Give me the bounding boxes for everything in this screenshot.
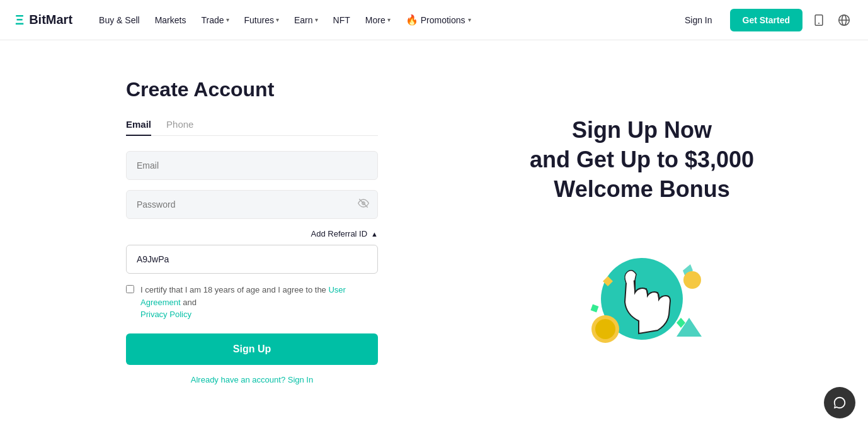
promo-line3: Welcome Bonus [554, 176, 729, 202]
earn-chevron-icon: ▾ [315, 16, 318, 23]
fire-icon: 🔥 [406, 14, 418, 26]
chat-support-button[interactable] [824, 387, 855, 418]
privacy-policy-link[interactable]: Privacy Policy [140, 310, 191, 319]
page-title: Create Account [126, 78, 378, 101]
referral-toggle[interactable]: Add Referral ID ▲ [126, 229, 378, 238]
form-section: Create Account Email Phone [0, 78, 416, 393]
nav-earn[interactable]: Earn ▾ [288, 10, 324, 30]
logo-icon: Ξ [15, 12, 24, 28]
nav-trade[interactable]: Trade ▾ [195, 10, 235, 30]
svg-point-15 [683, 271, 701, 289]
globe-icon[interactable] [835, 11, 853, 29]
checkbox-text: I certify that I am 18 years of age and … [140, 285, 328, 294]
promo-line1: Sign Up Now [572, 117, 712, 143]
nav-promotions[interactable]: 🔥 Promotions ▾ [399, 9, 477, 31]
promo-line2: and Get Up to $3,000 [530, 147, 754, 172]
futures-chevron-icon: ▾ [276, 16, 279, 23]
mobile-icon[interactable] [810, 11, 828, 29]
logo-text: BitMart [29, 13, 72, 27]
promo-title: Sign Up Now and Get Up to $3,000 Welcome… [530, 116, 754, 204]
header: Ξ BitMart Buy & Sell Markets Trade ▾ Fut… [0, 0, 868, 40]
nav-buy-sell[interactable]: Buy & Sell [93, 10, 146, 30]
nav-futures[interactable]: Futures ▾ [238, 10, 285, 30]
promo-section: Sign Up Now and Get Up to $3,000 Welcome… [416, 78, 868, 393]
header-actions: Sign In Get Started [675, 9, 853, 31]
already-text: Already have an account? [191, 375, 288, 384]
and-text: and [181, 298, 197, 307]
signin-link-row: Already have an account? Sign In [126, 375, 378, 384]
promotions-chevron-icon: ▾ [468, 16, 471, 23]
password-field-wrapper [126, 190, 378, 219]
referral-chevron-icon: ▲ [371, 230, 378, 238]
referral-input[interactable] [126, 245, 378, 274]
nav-more[interactable]: More ▾ [359, 10, 397, 30]
password-input[interactable] [126, 190, 378, 219]
promo-illustration [560, 230, 724, 355]
signup-button[interactable]: Sign Up [126, 333, 378, 365]
logo[interactable]: Ξ BitMart [15, 12, 72, 28]
main-nav: Buy & Sell Markets Trade ▾ Futures ▾ Ear… [93, 9, 675, 31]
svg-point-9 [595, 319, 615, 339]
nav-nft[interactable]: NFT [327, 10, 357, 30]
trade-chevron-icon: ▾ [226, 16, 229, 23]
tab-phone[interactable]: Phone [166, 119, 193, 136]
main-content: Create Account Email Phone [0, 40, 868, 431]
email-input[interactable] [126, 151, 378, 180]
signin-link[interactable]: Sign In [288, 375, 313, 384]
show-password-icon[interactable] [358, 198, 369, 211]
terms-checkbox-row: I certify that I am 18 years of age and … [126, 284, 378, 321]
form-tabs: Email Phone [126, 119, 378, 136]
tab-email[interactable]: Email [126, 119, 151, 136]
terms-checkbox[interactable] [126, 285, 134, 293]
get-started-button[interactable]: Get Started [730, 9, 802, 31]
password-wrapper [126, 190, 378, 219]
more-chevron-icon: ▾ [387, 16, 391, 23]
sign-in-button[interactable]: Sign In [675, 10, 722, 30]
nav-markets[interactable]: Markets [149, 10, 193, 30]
email-field-wrapper [126, 151, 378, 180]
referral-label: Add Referral ID [311, 229, 368, 238]
svg-rect-14 [591, 304, 599, 312]
